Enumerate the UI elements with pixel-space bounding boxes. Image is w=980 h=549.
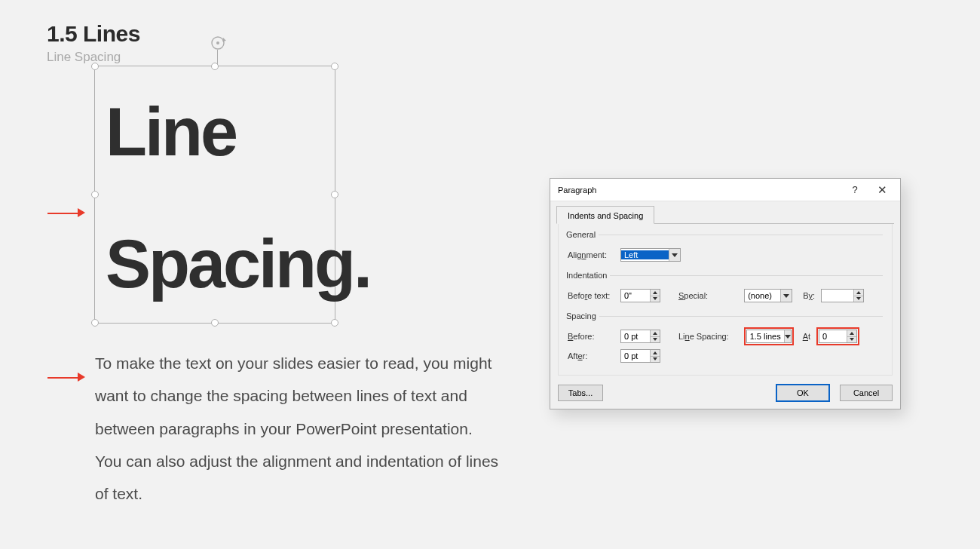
- chevron-down-icon[interactable]: [669, 249, 680, 261]
- rotate-handle-icon[interactable]: [210, 35, 226, 51]
- spinner-up-icon[interactable]: [651, 330, 660, 337]
- close-button[interactable]: ✕: [868, 179, 896, 201]
- special-value: (none): [745, 291, 780, 300]
- highlight-at: 0: [816, 327, 859, 345]
- spinner-down-icon[interactable]: [854, 296, 863, 302]
- before-value: 0 pt: [621, 330, 650, 342]
- after-label: After:: [568, 351, 614, 360]
- resize-handle-tr[interactable]: [331, 63, 338, 70]
- spinner-down-icon[interactable]: [651, 357, 660, 363]
- before-spinner[interactable]: 0 pt: [620, 330, 660, 343]
- before-text-label: Before text:: [568, 291, 614, 300]
- spinner-up-icon[interactable]: [651, 350, 660, 357]
- resize-handle-bm[interactable]: [211, 319, 219, 327]
- alignment-combo[interactable]: Left: [620, 248, 681, 262]
- by-label: By:: [803, 291, 815, 300]
- paragraph-dialog: Paragraph ? ✕ Indents and Spacing Genera…: [550, 178, 901, 409]
- at-value: 0: [819, 330, 847, 342]
- resize-handle-tl[interactable]: [91, 63, 99, 70]
- page-heading: 1.5 Lines: [47, 21, 140, 47]
- textbox-line2: Spacing.: [106, 213, 327, 315]
- line-spacing-label: Line Spacing:: [678, 332, 729, 341]
- resize-handle-tm[interactable]: [211, 63, 219, 70]
- annotation-arrow-icon: [47, 373, 85, 383]
- spinner-down-icon[interactable]: [847, 337, 856, 343]
- resize-handle-br[interactable]: [331, 319, 338, 327]
- selected-textbox[interactable]: Line Spacing.: [94, 66, 335, 324]
- spinner-down-icon[interactable]: [651, 296, 660, 302]
- svg-point-2: [216, 41, 219, 44]
- tabs-button[interactable]: Tabs...: [558, 385, 603, 401]
- annotation-arrow-icon: [47, 208, 85, 219]
- cancel-button[interactable]: Cancel: [840, 385, 893, 401]
- spinner-up-icon[interactable]: [847, 330, 856, 337]
- alignment-value: Left: [621, 250, 669, 259]
- special-label: Special:: [678, 291, 708, 300]
- svg-marker-1: [222, 38, 226, 41]
- textbox-line1: Line: [106, 81, 327, 183]
- spinner-down-icon[interactable]: [651, 337, 660, 343]
- dialog-title: Paragraph: [558, 186, 596, 195]
- highlight-line-spacing: 1.5 lines: [744, 327, 794, 345]
- before-text-value: 0": [621, 290, 650, 302]
- help-button[interactable]: ?: [841, 179, 868, 201]
- at-label: At: [803, 332, 810, 341]
- description-text: To make the text on your slides easier t…: [95, 347, 502, 510]
- page-subheading: Line Spacing: [47, 50, 121, 65]
- by-value: [822, 290, 853, 302]
- tab-indents-and-spacing[interactable]: Indents and Spacing: [556, 206, 654, 224]
- alignment-label: Alignment:: [568, 250, 614, 259]
- dialog-panel: General Alignment: Left Indentation Befo…: [558, 224, 893, 376]
- group-spacing-legend: Spacing: [566, 311, 599, 321]
- before-label: Before:: [568, 332, 614, 341]
- dialog-tabstrip: Indents and Spacing: [556, 206, 894, 224]
- dialog-titlebar[interactable]: Paragraph ? ✕: [550, 179, 900, 201]
- spinner-up-icon[interactable]: [651, 290, 660, 296]
- after-value: 0 pt: [621, 350, 650, 362]
- line-spacing-combo[interactable]: 1.5 lines: [746, 330, 792, 343]
- special-combo[interactable]: (none): [744, 289, 792, 302]
- chevron-down-icon[interactable]: [784, 330, 791, 342]
- before-text-spinner[interactable]: 0": [620, 289, 660, 302]
- at-spinner[interactable]: 0: [819, 330, 857, 343]
- ok-button[interactable]: OK: [776, 385, 829, 401]
- dialog-button-row: Tabs... OK Cancel: [550, 380, 900, 409]
- resize-handle-mr[interactable]: [331, 191, 338, 198]
- chevron-down-icon[interactable]: [780, 290, 792, 302]
- group-general-legend: General: [566, 230, 599, 239]
- by-spinner[interactable]: [821, 289, 864, 302]
- line-spacing-value: 1.5 lines: [747, 332, 784, 341]
- resize-handle-bl[interactable]: [91, 319, 99, 327]
- spinner-up-icon[interactable]: [854, 290, 863, 296]
- group-indentation-legend: Indentation: [566, 271, 610, 280]
- resize-handle-ml[interactable]: [91, 191, 99, 198]
- after-spinner[interactable]: 0 pt: [620, 349, 660, 363]
